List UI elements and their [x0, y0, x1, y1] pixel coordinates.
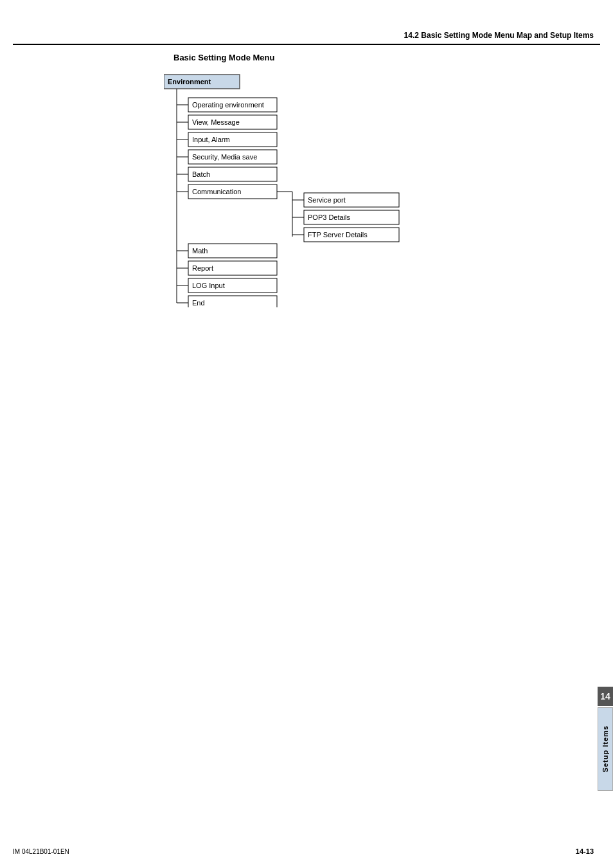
item-service-port: Service port	[308, 196, 346, 204]
item-end: End	[192, 299, 205, 307]
menu-diagram: Environment Operating environment View, …	[164, 69, 472, 307]
header-title: 14.2 Basic Setting Mode Menu Map and Set…	[404, 31, 594, 40]
item-log-input: LOG Input	[192, 282, 225, 289]
item-security-media: Security, Media save	[192, 153, 257, 161]
sidebar-label: Setup Items	[601, 725, 609, 772]
item-pop3: POP3 Details	[308, 213, 351, 221]
sidebar-number: 14	[600, 691, 610, 701]
item-communication: Communication	[192, 188, 241, 195]
svg-rect-31	[164, 303, 178, 307]
main-title: Basic Setting Mode Menu	[173, 53, 274, 62]
root-label: Environment	[168, 78, 211, 86]
item-view-message: View, Message	[192, 118, 240, 126]
item-ftp: FTP Server Details	[308, 231, 368, 239]
sidebar-tab: Setup Items	[598, 707, 613, 791]
sidebar-number-box: 14	[598, 687, 613, 706]
item-math: Math	[192, 247, 208, 255]
item-report: Report	[192, 264, 213, 272]
bottom-left-text: IM 04L21B01-01EN	[13, 848, 69, 855]
item-input-alarm: Input, Alarm	[192, 136, 230, 143]
item-batch: Batch	[192, 170, 210, 178]
header-line	[13, 44, 600, 45]
bottom-right-text: 14-13	[576, 847, 594, 855]
page-header: 14.2 Basic Setting Mode Menu Map and Set…	[404, 31, 594, 40]
item-operating-env: Operating environment	[192, 101, 264, 109]
